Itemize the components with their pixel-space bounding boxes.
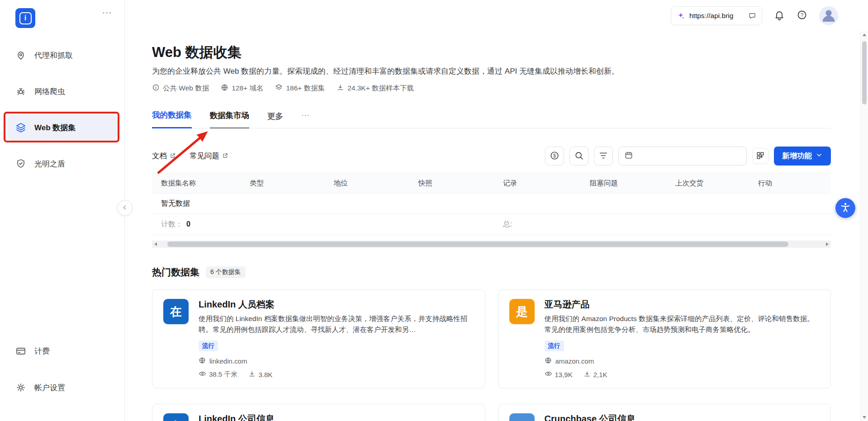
sidebar-item-label: 代理和抓取: [34, 50, 73, 61]
dataset-card-description: 使用我们的 LinkedIn 档案数据集做出明智的业务决策，增强客户关系，并支持…: [199, 313, 474, 335]
download-icon: [248, 370, 256, 379]
sidebar-more-icon[interactable]: ⋯: [102, 8, 113, 17]
vertical-scroll-thumb[interactable]: [862, 41, 867, 104]
bell-icon: [774, 9, 785, 22]
calendar-icon: [624, 151, 633, 161]
sidebar-item-label: 计费: [34, 346, 50, 356]
dataset-card-title: Crunchbase 公司信息: [545, 413, 820, 421]
sidebar-item-web-datasets[interactable]: Web 数据集: [7, 115, 117, 140]
scroll-right-arrow[interactable]: [824, 241, 831, 248]
api-url-pill[interactable]: https://api.brig: [671, 6, 762, 25]
views-stat: 38.5 千米: [199, 370, 237, 379]
feedback-bubble-icon[interactable]: [748, 12, 756, 20]
dataset-icon: 在: [163, 299, 189, 324]
billing-card-icon: [15, 345, 26, 356]
docs-link[interactable]: 文档: [152, 151, 176, 161]
sidebar-item-bright-shield[interactable]: 光明之盾: [7, 151, 117, 176]
api-url-text: https://api.brig: [689, 12, 744, 20]
sidebar-collapse-button[interactable]: [117, 200, 133, 216]
table-footer: 计数：0 总:: [152, 214, 831, 235]
scroll-up-arrow[interactable]: [861, 31, 868, 38]
sidebar-item-label: 光明之盾: [34, 159, 65, 169]
sidebar-item-proxies[interactable]: 代理和抓取: [7, 43, 117, 68]
dataset-domain: linkedin.com: [199, 357, 474, 365]
sidebar-item-billing[interactable]: 计费: [7, 338, 117, 364]
page-subtitle: 为您的企业释放公共 Web 数据的力量。探索现成的、经过清理和丰富的数据集或请求…: [152, 66, 831, 76]
datasets-table: 数据集名称 类型 地位 快照 记录 阻塞问题 上次交货 行动 暂无数据 计数：0…: [152, 173, 831, 248]
filter-button[interactable]: [594, 147, 613, 166]
dataset-card-title: LinkedIn 人员档案: [199, 299, 474, 310]
page-title: Web 数据收集: [152, 44, 831, 61]
avatar[interactable]: [819, 6, 838, 25]
sidebar-item-account-settings[interactable]: 帐户设置: [7, 375, 117, 400]
total-label: 总:: [503, 220, 590, 229]
grid-icon: [756, 151, 765, 161]
info-icon: [152, 84, 160, 93]
horizontal-scrollbar[interactable]: [152, 241, 831, 248]
dataset-card-linkedin-companies[interactable]: 在 LinkedIn 公司信息: [152, 404, 485, 421]
dataset-icon: 在: [163, 413, 189, 421]
new-feature-button[interactable]: 新增功能: [774, 147, 831, 166]
date-range-input[interactable]: [618, 147, 747, 166]
search-button[interactable]: [569, 147, 588, 166]
brand-logo-letter: i: [19, 12, 32, 24]
table-empty-state: 暂无数据: [152, 194, 831, 214]
sidebar-item-web-crawler[interactable]: 网络爬虫: [7, 79, 117, 104]
tab-my-datasets[interactable]: 我的数据集: [152, 109, 192, 128]
pricing-button[interactable]: $: [545, 147, 564, 166]
help-button[interactable]: ?: [797, 9, 807, 22]
external-link-icon: [170, 152, 176, 161]
header-stats: 公共 Web 数据 128+ 域名 186+ 数据集 24.3K+ 数据样本下载: [152, 84, 831, 93]
stat-sample-downloads: 24.3K+ 数据样本下载: [337, 84, 414, 93]
dataset-icon: 是: [509, 299, 535, 324]
tab-dataset-marketplace[interactable]: 数据集市场: [210, 110, 250, 128]
notifications-button[interactable]: [774, 9, 785, 22]
sidebar: i ⋯ 代理和抓取 网络爬虫 Web 数据集 光明之盾: [0, 0, 125, 421]
dataset-icon: cb: [509, 413, 535, 421]
sidebar-item-label: 网络爬虫: [34, 86, 65, 97]
dataset-card-description: 使用我们的 Amazon Products 数据集来探索详细的产品列表、定价、评…: [545, 313, 820, 335]
download-icon: [337, 84, 344, 93]
accessibility-button[interactable]: [835, 198, 855, 218]
dataset-stats: 38.5 千米 3.8K: [199, 370, 474, 379]
column-header: 阻塞问题: [590, 179, 675, 188]
tab-more[interactable]: 更多: [267, 111, 283, 128]
topbar: https://api.brig ?: [125, 0, 868, 31]
popular-tag: 流行: [545, 341, 564, 351]
shield-icon: [15, 158, 26, 169]
vertical-scrollbar[interactable]: [860, 31, 868, 421]
sparkle-icon: [677, 12, 685, 20]
sidebar-item-label: Web 数据集: [34, 123, 76, 133]
filter-icon: [598, 151, 608, 162]
dataset-domain: amazon.com: [545, 357, 820, 365]
horizontal-scroll-thumb[interactable]: [167, 241, 788, 247]
dataset-card-crunchbase-companies[interactable]: cb Crunchbase 公司信息: [498, 404, 831, 421]
horizontal-scroll-track[interactable]: [159, 241, 824, 248]
external-link-icon: [222, 152, 228, 161]
column-header: 数据集名称: [152, 179, 250, 188]
dataset-card-linkedin-profiles[interactable]: 在 LinkedIn 人员档案 使用我们的 LinkedIn 档案数据集做出明智…: [152, 289, 485, 388]
datasets-count-badge: 6 个数据集: [206, 266, 246, 278]
download-icon: [583, 370, 591, 379]
dollar-circle-icon: $: [550, 151, 560, 162]
column-header: 地位: [334, 179, 418, 188]
search-icon: [574, 151, 584, 162]
person-icon: [820, 6, 838, 25]
sidebar-item-label: 帐户设置: [34, 383, 65, 393]
tabs-overflow-icon[interactable]: ⋯: [301, 110, 310, 128]
dataset-card-amazon-products[interactable]: 是 亚马逊产品 使用我们的 Amazon Products 数据集来探索详细的产…: [498, 289, 831, 388]
scroll-down-arrow[interactable]: [861, 414, 868, 421]
column-header: 快照: [418, 179, 503, 188]
toolbar: 文档 常见问题 $: [152, 147, 831, 166]
column-header: 记录: [503, 179, 590, 188]
svg-text:?: ?: [801, 12, 803, 18]
scroll-left-arrow[interactable]: [152, 241, 159, 248]
accessibility-icon: [840, 202, 851, 215]
chevron-down-icon: [816, 151, 823, 161]
popular-tag: 流行: [199, 341, 218, 351]
faq-link[interactable]: 常见问题: [190, 151, 228, 161]
dataset-card-title: 亚马逊产品: [545, 299, 820, 310]
brand-logo[interactable]: i: [15, 8, 35, 28]
downloads-stat: 3.8K: [248, 370, 272, 379]
view-toggle-button[interactable]: [752, 148, 768, 164]
